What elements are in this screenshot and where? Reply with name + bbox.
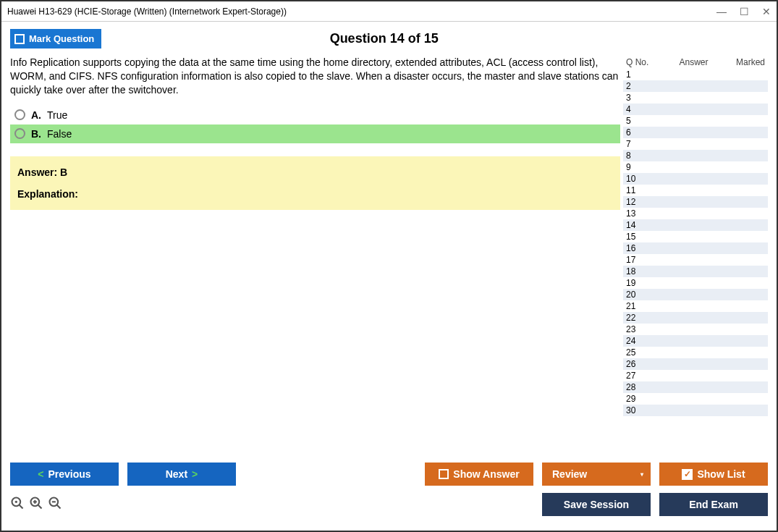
- question-row[interactable]: 29: [623, 393, 768, 405]
- titlebar: Huawei H13-629 (HCIE-Storage (Written) (…: [1, 1, 777, 22]
- question-row[interactable]: 1: [623, 69, 768, 80]
- question-row[interactable]: 23: [623, 324, 768, 335]
- review-button[interactable]: Review ▾: [542, 463, 651, 486]
- question-row[interactable]: 15: [623, 231, 768, 242]
- question-row[interactable]: 10: [623, 173, 768, 185]
- window-controls: — ☐ ✕: [716, 6, 771, 17]
- close-icon[interactable]: ✕: [762, 6, 771, 17]
- question-row[interactable]: 16: [623, 242, 768, 254]
- show-list-button[interactable]: ✓ Show List: [659, 463, 768, 486]
- svg-line-4: [38, 504, 42, 508]
- checkbox-icon: [439, 469, 449, 479]
- review-label: Review: [552, 468, 587, 480]
- save-session-button[interactable]: Save Session: [542, 493, 651, 516]
- question-row[interactable]: 11: [623, 185, 768, 196]
- question-text: Info Replication supports copying the da…: [10, 56, 620, 97]
- chevron-right-icon: >: [192, 468, 198, 480]
- previous-button[interactable]: < Previous: [10, 463, 119, 486]
- row-qno: 8: [626, 151, 648, 161]
- row-qno: 24: [626, 336, 648, 346]
- row-qno: 13: [626, 208, 648, 219]
- question-list-header: Q No. Answer Marked: [623, 56, 768, 69]
- row-qno: 19: [626, 278, 648, 288]
- row-qno: 4: [626, 104, 648, 114]
- row-qno: 29: [626, 394, 648, 404]
- zoom-controls: [10, 496, 62, 514]
- question-row[interactable]: 19: [623, 277, 768, 289]
- next-button[interactable]: Next >: [127, 463, 236, 486]
- col-answer: Answer: [659, 57, 729, 67]
- row-qno: 11: [626, 185, 648, 195]
- zoom-out-icon[interactable]: [48, 496, 62, 514]
- question-row[interactable]: 28: [623, 381, 768, 393]
- row-qno: 2: [626, 81, 648, 91]
- check-icon: ✓: [682, 469, 693, 480]
- radio-icon: [14, 128, 25, 139]
- question-row[interactable]: 18: [623, 266, 768, 277]
- question-row[interactable]: 8: [623, 150, 768, 161]
- option-letter: B.: [31, 128, 41, 140]
- header: Mark Question Question 14 of 15: [1, 22, 777, 56]
- question-row[interactable]: 14: [623, 219, 768, 231]
- row-qno: 27: [626, 371, 648, 381]
- maximize-icon[interactable]: ☐: [740, 6, 749, 17]
- question-row[interactable]: 26: [623, 358, 768, 370]
- save-session-label: Save Session: [564, 499, 629, 510]
- question-row[interactable]: 3: [623, 92, 768, 104]
- row-qno: 17: [626, 255, 648, 265]
- question-row[interactable]: 25: [623, 347, 768, 358]
- question-list[interactable]: 1234567891011121314151617181920212223242…: [623, 69, 768, 449]
- app-window: Huawei H13-629 (HCIE-Storage (Written) (…: [0, 0, 778, 532]
- question-row[interactable]: 12: [623, 196, 768, 208]
- question-row[interactable]: 9: [623, 161, 768, 173]
- question-row[interactable]: 27: [623, 370, 768, 381]
- question-row[interactable]: 24: [623, 335, 768, 347]
- option-text: True: [47, 109, 67, 121]
- option-a[interactable]: A. True: [10, 106, 620, 124]
- next-label: Next: [166, 468, 187, 480]
- question-row[interactable]: 7: [623, 138, 768, 150]
- question-list-panel: Q No. Answer Marked 12345678910111213141…: [623, 56, 768, 449]
- question-row[interactable]: 22: [623, 312, 768, 324]
- row-qno: 23: [626, 324, 648, 334]
- question-row[interactable]: 5: [623, 115, 768, 127]
- show-answer-button[interactable]: Show Answer: [425, 463, 533, 486]
- row-qno: 18: [626, 266, 648, 276]
- question-row[interactable]: 2: [623, 80, 768, 92]
- row-qno: 9: [626, 162, 648, 172]
- col-marked: Marked: [729, 57, 765, 67]
- row-qno: 5: [626, 116, 648, 126]
- options-list: A. TrueB. False: [10, 106, 620, 143]
- end-exam-label: End Exam: [689, 499, 738, 510]
- zoom-reset-icon[interactable]: [10, 496, 25, 514]
- footer-row-2: Save Session End Exam: [10, 493, 768, 516]
- body: Info Replication supports copying the da…: [1, 56, 777, 455]
- svg-point-2: [15, 500, 17, 502]
- question-counter: Question 14 of 15: [101, 31, 667, 46]
- row-qno: 21: [626, 301, 648, 311]
- row-qno: 12: [626, 197, 648, 207]
- row-qno: 30: [626, 405, 648, 415]
- question-row[interactable]: 20: [623, 289, 768, 300]
- show-list-label: Show List: [697, 468, 745, 480]
- row-qno: 28: [626, 382, 648, 392]
- footer: < Previous Next > Show Answer Review ▾ ✓…: [1, 455, 777, 531]
- mark-question-button[interactable]: Mark Question: [10, 29, 101, 48]
- question-row[interactable]: 6: [623, 127, 768, 138]
- main-panel: Info Replication supports copying the da…: [10, 56, 620, 449]
- zoom-in-icon[interactable]: [29, 496, 43, 514]
- question-row[interactable]: 4: [623, 104, 768, 115]
- svg-line-8: [57, 504, 61, 508]
- question-row[interactable]: 13: [623, 208, 768, 219]
- row-qno: 15: [626, 232, 648, 242]
- minimize-icon[interactable]: —: [716, 6, 727, 17]
- option-b[interactable]: B. False: [10, 124, 620, 143]
- question-row[interactable]: 21: [623, 300, 768, 312]
- question-row[interactable]: 30: [623, 405, 768, 416]
- radio-icon: [14, 109, 25, 120]
- question-row[interactable]: 17: [623, 254, 768, 266]
- row-qno: 26: [626, 359, 648, 369]
- window-title: Huawei H13-629 (HCIE-Storage (Written) (…: [7, 7, 716, 17]
- end-exam-button[interactable]: End Exam: [659, 493, 768, 516]
- dropdown-icon: ▾: [640, 471, 643, 478]
